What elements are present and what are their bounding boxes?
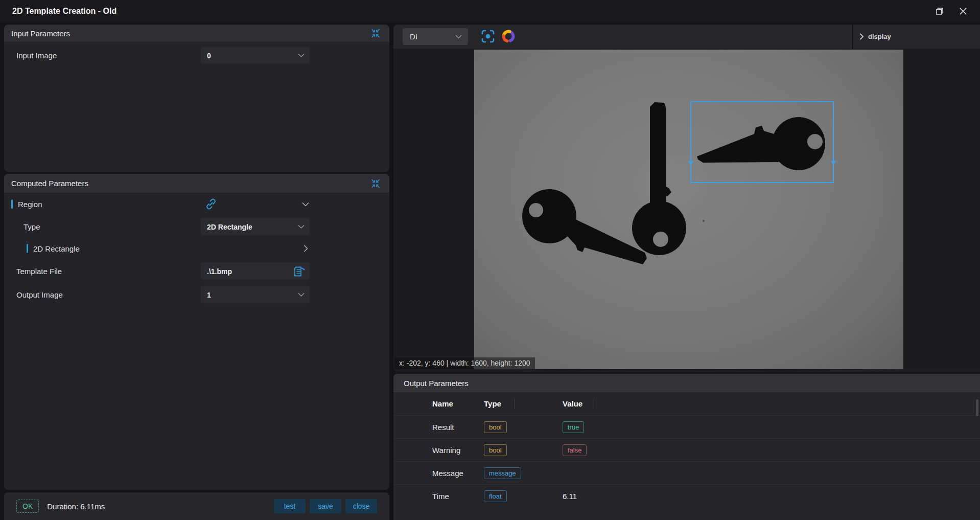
table-row[interactable]: Result bool true	[393, 415, 980, 438]
value-badge: true	[563, 421, 584, 433]
color-logo-icon[interactable]	[500, 28, 517, 45]
region-type-select[interactable]: 2D Rectangle	[201, 218, 310, 235]
accent-bar	[27, 244, 28, 253]
chevron-down-icon[interactable]	[301, 200, 310, 208]
column-divider	[593, 398, 593, 409]
param-value: 6.11	[563, 492, 980, 501]
template-file-row: Template File .\1.bmp	[4, 259, 389, 283]
input-parameters-header: Input Parameters	[4, 25, 389, 42]
footer-bar: OK Duration: 6.11ms test save close	[4, 492, 389, 520]
param-name: Warning	[393, 446, 484, 455]
table-row[interactable]: Warning bool false	[393, 438, 980, 461]
fit-view-icon[interactable]	[479, 28, 497, 45]
link-icon[interactable]	[205, 198, 217, 210]
type-badge: bool	[484, 421, 507, 433]
value-badge: false	[563, 444, 587, 456]
viewport-status-text: x: -202, y: 460 | width: 1600, height: 1…	[394, 357, 535, 369]
title-bar: 2D Template Creation - Old	[0, 0, 980, 22]
roi-handle-left[interactable]	[688, 161, 694, 166]
output-image-select[interactable]: 1	[201, 286, 310, 303]
output-image-label: Output Image	[16, 290, 63, 299]
viewer-toolbar: DI display	[393, 25, 980, 49]
display-toggle-label: display	[868, 33, 891, 40]
save-button[interactable]: save	[310, 499, 341, 513]
column-header-value: Value	[563, 399, 980, 408]
camera-image[interactable]	[474, 50, 903, 369]
input-parameters-panel: Input Parameters Input Image 0	[4, 25, 389, 172]
chevron-down-icon	[298, 224, 305, 229]
template-file-input[interactable]: .\1.bmp	[201, 263, 310, 280]
column-header-name: Name	[393, 399, 484, 408]
column-divider	[515, 398, 515, 409]
roi-selection-rect[interactable]	[690, 101, 834, 183]
output-image-value: 1	[207, 290, 211, 299]
toolbar-divider	[852, 25, 853, 49]
table-row[interactable]: Time float 6.11	[393, 484, 980, 507]
collapse-panel-icon[interactable]	[369, 28, 382, 39]
rectangle-label: 2D Rectangle	[27, 244, 80, 253]
param-name: Time	[393, 492, 484, 501]
table-row[interactable]: Message message	[393, 461, 980, 484]
output-parameters-title: Output Parameters	[393, 374, 980, 392]
accent-bar	[11, 200, 13, 209]
restore-window-icon[interactable]	[935, 7, 944, 16]
test-button[interactable]: test	[274, 499, 306, 513]
close-icon[interactable]	[959, 7, 968, 16]
column-header-type: Type	[484, 399, 563, 408]
output-parameters-panel: Output Parameters Name Type Value Result…	[393, 374, 980, 520]
input-image-value: 0	[207, 51, 211, 59]
template-file-label: Template File	[16, 267, 62, 276]
param-name: Result	[393, 423, 484, 432]
collapse-panel-icon[interactable]	[369, 178, 382, 189]
image-source-value: DI	[410, 32, 417, 41]
output-parameters-table: Name Type Value Result bool true Warning…	[393, 392, 980, 507]
region-type-value: 2D Rectangle	[207, 222, 252, 231]
duration-text: Duration: 6.11ms	[47, 502, 274, 511]
scrollbar-thumb[interactable]	[976, 399, 978, 416]
image-source-select[interactable]: DI	[403, 28, 468, 45]
browse-file-icon[interactable]	[293, 264, 307, 278]
close-button[interactable]: close	[345, 499, 377, 513]
type-badge: message	[484, 467, 521, 479]
dialog-2d-template-creation: 2D Template Creation - Old Input Paramet…	[0, 0, 980, 520]
chevron-down-icon	[455, 35, 462, 39]
input-image-label: Input Image	[16, 51, 57, 60]
viewer-canvas[interactable]: x: -202, y: 460 | width: 1600, height: 1…	[393, 49, 980, 372]
computed-parameters-panel: Computed Parameters Region	[4, 174, 389, 490]
chevron-right-icon[interactable]	[301, 244, 310, 253]
table-header-row: Name Type Value	[393, 392, 980, 415]
keys-image-content	[474, 50, 903, 369]
rectangle-subsection-row[interactable]: 2D Rectangle	[4, 238, 389, 259]
type-badge: float	[484, 490, 507, 502]
roi-handle-right[interactable]	[830, 161, 836, 166]
type-label: Type	[24, 222, 40, 231]
window-title: 2D Template Creation - Old	[12, 7, 116, 16]
region-type-row: Type 2D Rectangle	[4, 215, 389, 238]
image-viewer-panel: DI display	[393, 25, 980, 372]
chevron-down-icon	[298, 292, 305, 297]
status-badge: OK	[16, 500, 39, 513]
computed-parameters-header: Computed Parameters	[4, 174, 389, 193]
input-image-select[interactable]: 0	[201, 47, 310, 64]
input-parameters-title: Input Parameters	[11, 29, 70, 38]
chevron-down-icon	[298, 53, 305, 57]
region-label: Region	[11, 200, 42, 209]
computed-parameters-title: Computed Parameters	[11, 179, 88, 188]
input-image-row: Input Image 0	[4, 43, 389, 67]
param-name: Message	[393, 469, 484, 478]
output-image-row: Output Image 1	[4, 283, 389, 306]
template-file-value: .\1.bmp	[207, 267, 232, 275]
type-badge: bool	[484, 444, 507, 456]
region-row[interactable]: Region	[4, 193, 389, 215]
display-panel-toggle[interactable]: display	[859, 25, 891, 49]
